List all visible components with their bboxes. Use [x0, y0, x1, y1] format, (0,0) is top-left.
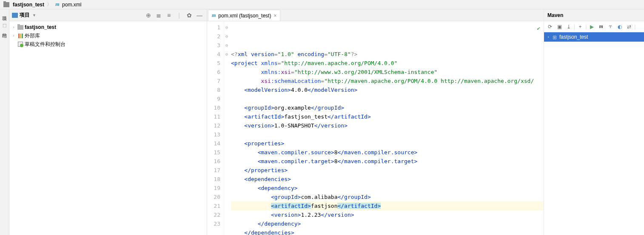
breadcrumb: fastjson_test 〉 m pom.xml — [0, 0, 644, 9]
folder-icon — [3, 2, 9, 7]
divider: | — [174, 11, 184, 20]
project-panel: 项目 ▼ ⊕ ≣ ≡ | ✿ — › fastjson_test › 外部库 — [9, 9, 207, 235]
tree-label: 外部库 — [25, 32, 40, 40]
fold-column[interactable]: ⊖⊖⊖⊖ — [224, 21, 229, 235]
line-gutter[interactable]: 1234567891011121314151617181920212223 — [207, 21, 224, 235]
scratch-icon — [18, 42, 23, 47]
project-panel-title[interactable]: 项目 — [20, 11, 30, 19]
tree-root[interactable]: › fastjson_test — [9, 23, 207, 31]
chevron-right-icon[interactable]: › — [11, 34, 16, 38]
locate-button[interactable]: ⊕ — [144, 11, 153, 20]
toggle-skip-tests-button[interactable]: ⥾ — [606, 23, 615, 31]
tree-scratches[interactable]: 草稿文件和控制台 — [9, 40, 207, 48]
run-button[interactable]: ▶ — [587, 23, 596, 31]
breadcrumb-project[interactable]: fastjson_test — [13, 2, 44, 8]
hide-button[interactable]: — — [195, 11, 204, 20]
maven-project-label: fastjson_test — [559, 34, 588, 40]
expand-all-button[interactable]: ≣ — [154, 11, 163, 20]
tool-window-bar-left: 项目 ⬚ 结构 — [0, 9, 9, 235]
maven-file-icon: m — [54, 2, 60, 8]
offline-button[interactable]: ◐ — [616, 23, 624, 31]
editor-area: m pom.xml (fastjson_test) × 123456789101… — [207, 9, 544, 235]
execute-goal-button[interactable]: m — [597, 23, 605, 31]
maven-file-icon: m — [212, 12, 216, 19]
collapse-all-button[interactable]: ≡ — [164, 11, 174, 20]
chevron-right-icon: 〉 — [47, 1, 52, 8]
close-icon[interactable]: × — [274, 13, 276, 19]
code-content[interactable]: ✔ <?xml version="1.0" encoding="UTF-8"?>… — [229, 21, 544, 235]
settings-button[interactable]: ✿ — [185, 11, 194, 20]
tool-project[interactable]: 项目 — [1, 11, 8, 14]
folder-icon — [17, 25, 23, 30]
chevron-right-icon[interactable]: › — [11, 25, 16, 29]
tree-label: fastjson_test — [25, 24, 56, 30]
breadcrumb-file[interactable]: pom.xml — [62, 2, 81, 8]
maven-module-icon: ⊞ — [553, 34, 558, 40]
check-icon[interactable]: ✔ — [537, 24, 540, 33]
code-editor[interactable]: 1234567891011121314151617181920212223 ⊖⊖… — [207, 21, 544, 235]
maven-project-node[interactable]: › ⊞ fastjson_test — [544, 32, 644, 42]
generate-sources-button[interactable]: ▣ — [555, 23, 564, 31]
tree-ext-libs[interactable]: › 外部库 — [9, 31, 207, 40]
chevron-right-icon[interactable]: › — [546, 35, 551, 39]
tab-label: pom.xml (fastjson_test) — [218, 13, 271, 19]
editor-tabs: m pom.xml (fastjson_test) × — [207, 9, 544, 21]
tree-label: 草稿文件和控制台 — [25, 41, 66, 48]
reload-button[interactable]: ⟳ — [546, 23, 554, 31]
project-tree[interactable]: › fastjson_test › 外部库 草稿文件和控制台 — [9, 21, 207, 235]
download-button[interactable]: ⤓ — [564, 23, 573, 31]
library-icon — [18, 34, 23, 38]
show-deps-button[interactable]: ⇄ — [625, 23, 633, 31]
project-icon — [12, 13, 18, 18]
tool-structure[interactable]: ⬚ 结构 — [1, 21, 8, 31]
maven-toolbar: ⟳ ▣ ⤓ | + | ▶ m ⥾ ◐ ⇄ | — [544, 21, 644, 32]
maven-panel: Maven ⟳ ▣ ⤓ | + | ▶ m ⥾ ◐ ⇄ | › ⊞ fastjs… — [544, 9, 644, 235]
editor-tab-active[interactable]: m pom.xml (fastjson_test) × — [208, 10, 280, 21]
chevron-down-icon[interactable]: ▼ — [32, 13, 36, 17]
maven-panel-title: Maven — [544, 9, 644, 21]
project-panel-header: 项目 ▼ ⊕ ≣ ≡ | ✿ — — [9, 9, 207, 21]
add-button[interactable]: + — [576, 23, 584, 31]
